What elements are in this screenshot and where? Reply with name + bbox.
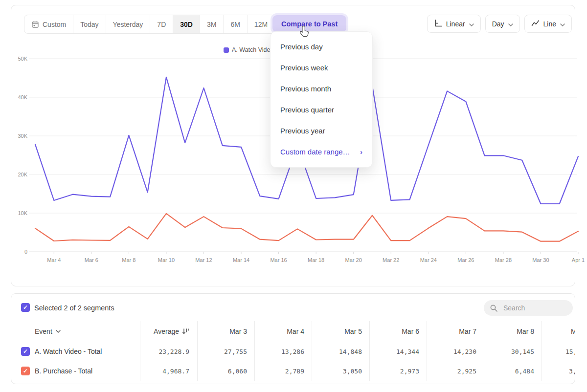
- average-column-header[interactable]: Average: [131, 321, 189, 342]
- compare-to-past-menu: Previous dayPrevious weekPrevious monthP…: [270, 31, 373, 168]
- menu-item-label: Previous month: [280, 85, 331, 93]
- date-column-header[interactable]: Mar 7: [428, 321, 476, 342]
- search-icon: [490, 304, 498, 312]
- range-custom[interactable]: Custom: [24, 15, 73, 33]
- range-label: 12M: [254, 21, 268, 28]
- legend-swatch: [224, 47, 229, 53]
- table-row[interactable]: ✓B. Purchase - Total4,968.76,0602,7893,0…: [11, 361, 575, 381]
- row-checkbox[interactable]: ✓: [21, 347, 30, 356]
- menu-item-label: Previous quarter: [280, 106, 334, 114]
- range-today[interactable]: Today: [73, 15, 105, 33]
- row-date-value: 6,060: [198, 361, 247, 381]
- chevron-down-icon: [469, 20, 474, 28]
- chevron-right-icon: ›: [360, 148, 362, 156]
- scale-dropdown[interactable]: Linear: [427, 15, 481, 33]
- chart-type-label: Line: [543, 20, 556, 28]
- range-label: Today: [80, 21, 98, 28]
- compare-to-past-label: Compare to Past: [281, 20, 338, 28]
- search-input[interactable]: [502, 304, 563, 312]
- range-3m[interactable]: 3M: [200, 15, 223, 33]
- chart-controls: Linear Day Line: [427, 15, 572, 33]
- check-icon: ✓: [23, 348, 28, 354]
- chevron-down-icon: [56, 330, 61, 333]
- date-range-selector: CustomTodayYesterday7D30D3M6M12M: [24, 15, 275, 34]
- row-date-value: 2,973: [370, 361, 419, 381]
- range-label: 30D: [180, 21, 193, 28]
- row-average-value: 4,968.7: [140, 361, 189, 381]
- range-7d[interactable]: 7D: [150, 15, 173, 33]
- date-column-header[interactable]: Mar 5: [313, 321, 362, 342]
- row-date-value: 14,230: [428, 342, 476, 361]
- compare-to-past-button[interactable]: Compare to Past: [272, 15, 346, 32]
- event-column-header[interactable]: Event: [35, 321, 61, 342]
- menu-item-label: Custom date range…: [280, 148, 350, 156]
- chart-type-dropdown[interactable]: Line: [524, 15, 572, 33]
- interval-dropdown[interactable]: Day: [485, 15, 520, 33]
- check-icon: ✓: [23, 305, 28, 310]
- check-icon: ✓: [23, 368, 28, 374]
- menu-item-previous-month[interactable]: Previous month: [271, 78, 372, 99]
- line-chart-icon: [531, 20, 540, 28]
- row-checkbox[interactable]: ✓: [21, 367, 30, 375]
- row-date-value: 14,848: [313, 342, 362, 361]
- calendar-icon: [31, 21, 39, 28]
- menu-item-previous-quarter[interactable]: Previous quarter: [271, 99, 372, 120]
- date-column-header-clipped: M: [571, 321, 575, 342]
- range-12m[interactable]: 12M: [247, 15, 274, 33]
- sort-descending-icon: [182, 328, 189, 335]
- range-yesterday[interactable]: Yesterday: [106, 15, 150, 33]
- row-event-name: B. Purchase - Total: [35, 361, 92, 381]
- row-date-value: 27,755: [198, 342, 247, 361]
- range-label: Yesterday: [113, 21, 143, 28]
- date-column-header[interactable]: Mar 4: [255, 321, 304, 342]
- scale-label: Linear: [446, 20, 465, 28]
- range-6m[interactable]: 6M: [223, 15, 247, 33]
- menu-item-label: Previous week: [280, 64, 328, 72]
- row-date-value: 6,484: [485, 361, 534, 381]
- table-row[interactable]: ✓A. Watch Video - Total23,228.927,75513,…: [11, 342, 575, 361]
- row-date-value-clipped: 15,: [565, 342, 575, 361]
- linear-scale-icon: [434, 20, 442, 28]
- range-label: 3M: [207, 21, 216, 28]
- select-all-checkbox[interactable]: ✓: [21, 303, 30, 312]
- menu-item-previous-week[interactable]: Previous week: [271, 57, 372, 78]
- menu-item-custom-date-range[interactable]: Custom date range…›: [271, 141, 372, 162]
- chevron-down-icon: [560, 20, 565, 28]
- date-column-header[interactable]: Mar 3: [198, 321, 247, 342]
- chevron-down-icon: [508, 20, 513, 28]
- segments-search[interactable]: [484, 300, 573, 316]
- row-date-value: 2,925: [428, 361, 476, 381]
- range-label: 7D: [157, 21, 166, 28]
- range-label: Custom: [43, 21, 66, 28]
- row-date-value: 2,789: [255, 361, 304, 381]
- interval-label: Day: [492, 20, 504, 28]
- menu-item-label: Previous day: [280, 43, 323, 51]
- analytics-dashboard: CustomTodayYesterday7D30D3M6M12M Compare…: [0, 0, 587, 392]
- range-30d[interactable]: 30D: [173, 15, 200, 33]
- menu-item-previous-year[interactable]: Previous year: [271, 120, 372, 141]
- row-date-value: 30,145: [485, 342, 534, 361]
- row-date-value-clipped: 3,: [569, 361, 575, 381]
- date-column-header[interactable]: Mar 6: [370, 321, 419, 342]
- row-event-name: A. Watch Video - Total: [35, 342, 102, 361]
- date-column-header[interactable]: Mar 8: [485, 321, 534, 342]
- selected-segments-label: Selected 2 of 2 segments: [34, 304, 114, 312]
- range-label: 6M: [230, 21, 240, 28]
- row-average-value: 23,228.9: [140, 342, 189, 361]
- row-date-value: 14,344: [370, 342, 419, 361]
- row-date-value: 13,286: [255, 342, 304, 361]
- table-bottom-border: [11, 381, 575, 381]
- row-date-value: 3,050: [313, 361, 362, 381]
- segments-table-card: ✓ Selected 2 of 2 segments Event Average…: [11, 293, 575, 384]
- menu-item-label: Previous year: [280, 127, 325, 135]
- menu-item-previous-day[interactable]: Previous day: [271, 36, 372, 57]
